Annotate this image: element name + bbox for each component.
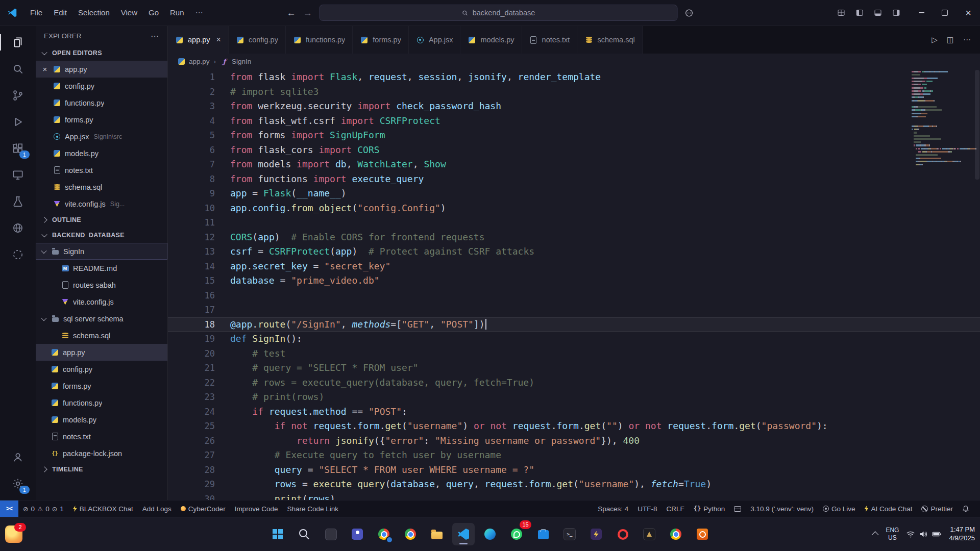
explorer-actions-icon[interactable]: ⋯ — [151, 31, 159, 41]
teams-icon[interactable] — [346, 523, 369, 545]
opera-icon[interactable] — [611, 523, 634, 545]
code-line-6[interactable]: 6from flask_cors import CORS — [168, 143, 980, 158]
testing-icon[interactable] — [0, 188, 36, 215]
live-share-icon[interactable] — [0, 241, 36, 268]
close-icon[interactable]: × — [216, 35, 221, 44]
line-number[interactable]: 10 — [168, 201, 230, 216]
line-number[interactable]: 26 — [168, 434, 230, 448]
menu-file[interactable]: File — [24, 0, 48, 26]
file-README-md[interactable]: README.md — [36, 260, 167, 277]
file-schema-sql[interactable]: schema.sql — [36, 327, 167, 344]
maximize-button[interactable] — [933, 0, 957, 26]
code-line-22[interactable]: 22 # rows = execute_query(database, quer… — [168, 375, 980, 390]
prettier[interactable]: Prettier — [917, 500, 958, 517]
line-number[interactable]: 14 — [168, 259, 230, 274]
code-line-16[interactable]: 16 — [168, 288, 980, 303]
open-editor-functions.py[interactable]: functions.py — [36, 94, 167, 111]
settings-icon[interactable]: 1 — [0, 470, 36, 497]
file-models-py[interactable]: models.py — [36, 411, 167, 428]
tab-App.jsx[interactable]: App.jsx — [409, 26, 461, 54]
file-routes-sabah[interactable]: routes sabah — [36, 277, 167, 293]
line-number[interactable]: 8 — [168, 172, 230, 187]
line-number[interactable]: 16 — [168, 288, 230, 303]
search-icon[interactable] — [293, 523, 315, 545]
line-number[interactable]: 20 — [168, 346, 230, 361]
code-line-2[interactable]: 2# import sqlite3 — [168, 85, 980, 99]
line-number[interactable]: 5 — [168, 128, 230, 143]
file-package-lock-json[interactable]: package-lock.json — [36, 445, 167, 462]
code-line-19[interactable]: 19def SignIn(): — [168, 332, 980, 346]
tab-notes.txt[interactable]: notes.txt — [522, 26, 578, 54]
search-box[interactable]: backend_database — [320, 5, 678, 21]
open-editor-notes.txt[interactable]: notes.txt — [36, 162, 167, 179]
minimap[interactable] — [912, 71, 973, 167]
file-functions-py[interactable]: functions.py — [36, 394, 167, 411]
file-notes-txt[interactable]: notes.txt — [36, 428, 167, 445]
tab-functions.py[interactable]: functions.py — [286, 26, 353, 54]
language-indicator[interactable]: ENG US — [886, 527, 899, 542]
back-button[interactable]: ← — [287, 8, 296, 18]
cybercoder[interactable]: CyberCoder — [176, 500, 230, 517]
menu-edit[interactable]: Edit — [48, 0, 72, 26]
line-number[interactable]: 24 — [168, 405, 230, 419]
close-icon[interactable]: × — [41, 65, 49, 73]
line-number[interactable]: 27 — [168, 448, 230, 463]
line-number[interactable]: 1 — [168, 70, 230, 85]
line-number[interactable]: 15 — [168, 273, 230, 288]
open-editor-vite.config.js[interactable]: vite.config.jsSig... — [36, 195, 167, 212]
open-editor-schema.sql[interactable]: schema.sql — [36, 179, 167, 195]
code-line-9[interactable]: 9app = Flask(__name__) — [168, 186, 980, 201]
line-number[interactable]: 23 — [168, 390, 230, 405]
eol[interactable]: CRLF — [662, 500, 689, 517]
chrome-profile-icon[interactable] — [373, 523, 395, 545]
code-line-5[interactable]: 5from forms import SignUpForm — [168, 128, 980, 143]
source-control-icon[interactable] — [0, 82, 36, 109]
open-editor-models.py[interactable]: models.py — [36, 145, 167, 162]
file-forms-py[interactable]: forms.py — [36, 378, 167, 394]
more-actions-icon[interactable]: ⋯ — [963, 35, 971, 44]
line-number[interactable]: 18 — [168, 317, 230, 332]
chrome-icon[interactable] — [399, 523, 422, 545]
code-line-26[interactable]: 26 return jsonify({"error": "Missing use… — [168, 434, 980, 448]
encoding[interactable]: UTF-8 — [633, 500, 662, 517]
code-line-24[interactable]: 24 if request.method == "POST": — [168, 405, 980, 419]
code-line-21[interactable]: 21 # query = "SELECT * FROM user" — [168, 361, 980, 375]
section-workspace[interactable]: BACKEND_DATABASE — [36, 228, 167, 243]
globe-icon[interactable] — [0, 215, 36, 241]
notifications[interactable] — [958, 500, 974, 517]
code-line-13[interactable]: 13csrf = CSRFProtect(app) # Protect agai… — [168, 244, 980, 259]
file-vite-config-js[interactable]: vite.config.js — [36, 293, 167, 310]
ai-code-chat[interactable]: AI Code Chat — [860, 500, 917, 517]
extensions-icon[interactable]: 1 — [0, 135, 36, 162]
line-number[interactable]: 19 — [168, 332, 230, 346]
line-number[interactable]: 7 — [168, 157, 230, 172]
line-number[interactable]: 17 — [168, 303, 230, 317]
terminal-icon[interactable] — [558, 523, 581, 545]
tab-config.py[interactable]: config.py — [229, 26, 286, 54]
explorer-icon[interactable] — [0, 29, 36, 56]
run-debug-icon[interactable] — [0, 109, 36, 135]
go-live[interactable]: Go Live — [818, 500, 860, 517]
line-number[interactable]: 13 — [168, 244, 230, 259]
code-line-18[interactable]: 18@app.route("/SignIn", methods=["GET", … — [168, 317, 980, 332]
file-app-py[interactable]: app.py — [36, 344, 167, 361]
code-line-12[interactable]: 12CORS(app) # Enable CORS for frontend r… — [168, 230, 980, 245]
minimize-button[interactable] — [910, 0, 933, 26]
widgets-button[interactable]: 2 — [5, 525, 22, 543]
blackbox-chat[interactable]: BLACKBOX Chat — [68, 500, 138, 517]
tray-overflow-icon[interactable] — [872, 531, 879, 538]
section-outline[interactable]: OUTLINE — [36, 212, 167, 228]
line-number[interactable]: 3 — [168, 99, 230, 114]
line-number[interactable]: 11 — [168, 215, 230, 230]
ports[interactable] — [729, 500, 746, 517]
split-editor-icon[interactable]: ◫ — [947, 35, 954, 44]
code-line-23[interactable]: 23 # print(rows) — [168, 390, 980, 405]
open-editor-App.jsx[interactable]: App.jsxSignIn\src — [36, 128, 167, 145]
line-number[interactable]: 2 — [168, 85, 230, 99]
code-line-7[interactable]: 7from models import db, WatchLater, Show — [168, 157, 980, 172]
code-line-27[interactable]: 27 # Execute query to fetch user by user… — [168, 448, 980, 463]
line-number[interactable]: 29 — [168, 477, 230, 492]
vscode-icon[interactable] — [452, 523, 475, 545]
problems-status[interactable]: ⊘0⚠0⊙1 — [18, 500, 68, 517]
code-line-20[interactable]: 20 # test — [168, 346, 980, 361]
